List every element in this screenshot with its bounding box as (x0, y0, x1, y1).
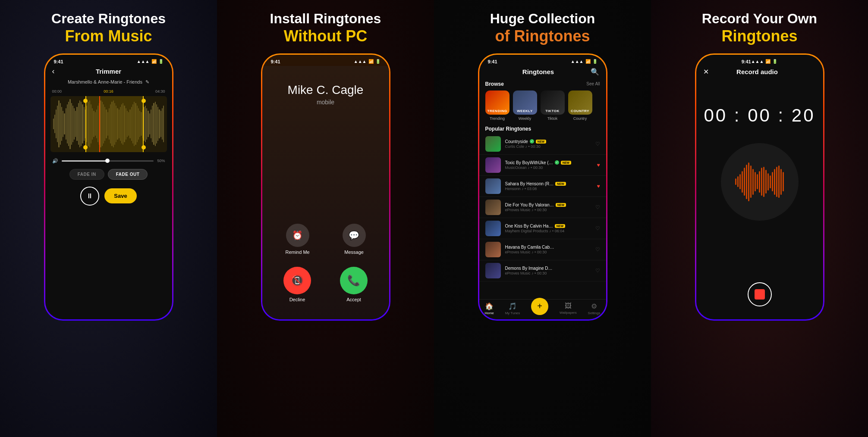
ringtone-item-3[interactable]: Sahara By Hensonn (R… NEW Hensonn ♪ • 03… (479, 176, 606, 197)
heart-icon-3[interactable]: ♥ (597, 183, 600, 189)
ringtone-item-7[interactable]: Demons By Imagine D… eProves Music ♪ • 0… (479, 260, 606, 281)
waveform-bar (79, 100, 80, 148)
handle-top-right[interactable] (142, 99, 146, 103)
waveform-bar (159, 109, 160, 138)
heart-icon-7[interactable]: ♡ (595, 268, 600, 274)
heart-icon-1[interactable]: ♡ (595, 141, 600, 147)
ringtone-thumb-2 (485, 157, 501, 173)
verified-icon-2: ✓ (555, 160, 559, 165)
record-timer: 00 : 00 : 20 (704, 105, 815, 126)
ringtone-name-1: Countryside (505, 139, 528, 144)
waveform-container[interactable] (50, 96, 167, 152)
wallpapers-label: Wallpapers (560, 311, 577, 315)
tab-wallpapers[interactable]: 🖼 Wallpapers (560, 302, 577, 315)
record-wave-bar (735, 178, 736, 185)
fade-in-button[interactable]: FADE IN (69, 169, 104, 180)
category-weekly[interactable]: WEEKLY Weekly (513, 91, 537, 121)
waveform-bar (151, 109, 151, 138)
category-tiktok[interactable]: TIKTOK Tiktok (541, 91, 565, 121)
my-tunes-label: My Tunes (505, 311, 520, 315)
tab-settings[interactable]: ⚙ Settings (588, 302, 601, 315)
ringtone-title-row-5: One Kiss By Calvin Ha… NEW (505, 224, 591, 228)
edit-icon[interactable]: ✎ (145, 79, 149, 84)
play-pause-button[interactable]: ⏸ (80, 187, 99, 206)
time-record: 9:41 (742, 59, 751, 64)
category-thumb-tiktok: TIKTOK (541, 91, 565, 115)
ringtone-meta-3: Hensonn ♪ • 03:08 (505, 187, 593, 191)
accept-button[interactable]: 📞 (340, 267, 368, 294)
ringtone-item-5[interactable]: One Kiss By Calvin Ha… NEW Mayhem Digita… (479, 218, 606, 239)
panel-create-title: Create Ringtones From Music (51, 10, 166, 46)
phone-screen-collection: 9:41 ▲▲▲ 📶 🔋 Ringtones 🔍 Browse See All (479, 55, 606, 319)
handle-bot-left[interactable] (83, 145, 88, 150)
settings-label: Settings (588, 311, 601, 315)
trimmer-volume: 🔊 50% (45, 154, 172, 165)
panel-create: Create Ringtones From Music 9:41 ▲▲▲ 📶 🔋… (0, 0, 217, 437)
decline-button[interactable]: 📵 (283, 267, 311, 294)
record-wave-bar (742, 171, 743, 193)
category-trending[interactable]: TRENDING Trending (485, 91, 509, 121)
waveform-bar (57, 106, 58, 142)
close-button[interactable]: ✕ (703, 68, 709, 76)
ringtone-item-6[interactable]: Havana By Camila Cab… eProves Music ♪ • … (479, 239, 606, 260)
categories-row: TRENDING Trending WEEKLY Weekly TIKTOK T… (479, 89, 606, 124)
waveform-bar (145, 106, 146, 142)
status-icons-record: ▲▲▲ 📶 🔋 (751, 59, 778, 64)
search-icon[interactable]: 🔍 (591, 68, 599, 76)
ringtone-title-row-3: Sahara By Hensonn (R… NEW (505, 181, 593, 186)
ringtone-meta-4: eProves Music ♪ • 00:30 (505, 208, 591, 212)
remind-me-circle: ⏰ (286, 224, 309, 247)
heart-icon-5[interactable]: ♡ (595, 225, 600, 231)
panel-install-title-line1: Install Ringtones (270, 10, 381, 27)
signal-icon: ▲▲▲ (137, 59, 150, 64)
category-country[interactable]: COUNTRY Country (568, 91, 592, 121)
tab-home[interactable]: 🏠 Home (484, 302, 494, 315)
record-stop-button[interactable] (748, 282, 772, 306)
ringtones-header: Ringtones 🔍 (479, 66, 606, 79)
record-wave-bar (750, 165, 752, 198)
phone-frame-record: 9:41 ▲▲▲ 📶 🔋 ✕ Record audio 00 : 00 : 20 (695, 53, 824, 321)
ringtone-item-4[interactable]: Die For You By Valoran… NEW eProves Musi… (479, 197, 606, 218)
fade-out-button[interactable]: FADE OUT (108, 169, 148, 180)
heart-icon-4[interactable]: ♡ (595, 204, 600, 210)
panel-record-title: Record Your Own Ringtones (702, 10, 817, 46)
record-wave-bar (765, 170, 767, 194)
record-wave-bar (763, 167, 764, 197)
fab-add-button[interactable]: + (531, 298, 548, 315)
record-stop-icon (755, 289, 765, 300)
ringtone-title-row-7: Demons By Imagine D… (505, 266, 591, 271)
tab-my-tunes[interactable]: 🎵 My Tunes (505, 302, 520, 315)
ringtone-info-6: Havana By Camila Cab… eProves Music ♪ • … (505, 245, 591, 254)
ringtone-info-5: One Kiss By Calvin Ha… NEW Mayhem Digita… (505, 224, 591, 233)
ringtone-meta-6: eProves Music ♪ • 00:30 (505, 250, 591, 254)
ringtone-item-1[interactable]: Countryside ✓ NEW Curtis Cole ♪ • 00:30 … (479, 134, 606, 155)
heart-icon-2[interactable]: ♥ (597, 162, 600, 168)
ringtone-meta-2: MusicOcean ♪ • 00:30 (505, 165, 593, 170)
trimmer-timeline: 00:00 00:16 04:30 (45, 88, 172, 94)
ringtone-item-2[interactable]: Toxic By BoyWithUke (… ✓ NEW MusicOcean … (479, 155, 606, 176)
ringtones-list: Countryside ✓ NEW Curtis Cole ♪ • 00:30 … (479, 134, 606, 299)
waveform-bar (58, 100, 59, 148)
settings-icon: ⚙ (591, 302, 597, 310)
wifi-icon: 📶 (151, 59, 157, 64)
waveform-bar (78, 103, 79, 145)
panel-collection: Huge Collection of Ringtones 9:41 ▲▲▲ 📶 … (434, 0, 651, 437)
volume-thumb[interactable] (105, 159, 110, 163)
see-all-button[interactable]: See All (586, 81, 600, 86)
remind-me-action[interactable]: ⏰ Remind Me (285, 224, 309, 255)
call-actions: ⏰ Remind Me 💬 Message 📵 Decline (269, 224, 382, 311)
handle-bot-right[interactable] (142, 145, 146, 150)
ringtone-thumb-7 (485, 263, 501, 278)
message-action[interactable]: 💬 Message (343, 224, 366, 255)
record-wave-bar (767, 173, 769, 190)
back-button[interactable]: ‹ (52, 67, 55, 76)
ringtone-meta-1: Curtis Cole ♪ • 00:30 (505, 144, 591, 149)
heart-icon-6[interactable]: ♡ (595, 247, 600, 253)
waveform-bar (61, 107, 62, 141)
handle-top-left[interactable] (83, 99, 88, 103)
waveform-bar (74, 108, 75, 140)
volume-bar[interactable] (62, 160, 154, 162)
save-button[interactable]: Save (104, 188, 136, 203)
waveform-bar (75, 111, 76, 137)
home-icon: 🏠 (485, 302, 494, 310)
